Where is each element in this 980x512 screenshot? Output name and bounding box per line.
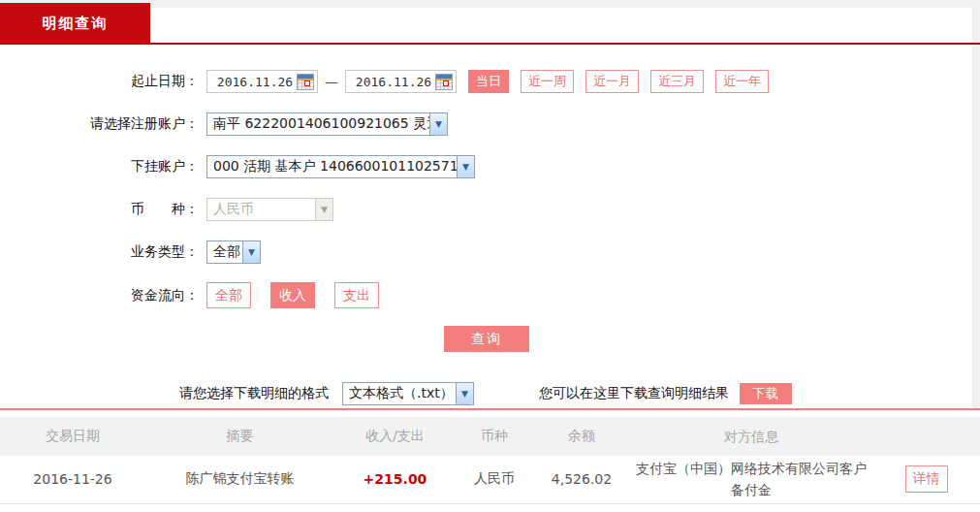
row-amount: +215.00 [334, 469, 456, 489]
tab-detail-query[interactable]: 明细查询 [0, 3, 150, 44]
fund-flow-income-button[interactable]: 收入 [270, 282, 315, 308]
currency-row: 币 种： 人民币 ▼ [0, 197, 973, 222]
header-summary: 摘要 [145, 426, 334, 447]
query-form: 起止日期： 2016.11.26 — 2016.11.26 当日 近一周 近一月… [0, 69, 973, 405]
detail-button[interactable]: 详情 [905, 465, 948, 493]
row-detail-cell: 详情 [872, 464, 980, 495]
sub-account-select[interactable]: 000 活期 基本户 1406600101102571848 ▼ [206, 155, 475, 178]
sub-account-row: 下挂账户： 000 活期 基本户 1406600101102571848 ▼ [0, 154, 973, 179]
register-account-field: 南平 6222001406100921065 灵通卡 ▼ [206, 112, 448, 136]
row-date: 2016-11-26 [0, 469, 145, 489]
date-separator: — [325, 74, 338, 89]
business-type-field: 全部 ▼ [206, 240, 261, 264]
currency-label: 币 种： [0, 201, 199, 218]
detail-query-page: 明细查询 起止日期： 2016.11.26 — 2016.11.26 当日 近一… [0, 0, 980, 512]
date-from-value[interactable]: 2016.11.26 [213, 75, 297, 89]
download-button[interactable]: 下载 [740, 383, 792, 404]
date-to-input[interactable]: 2016.11.26 [345, 70, 457, 93]
header-currency: 币种 [456, 426, 533, 447]
download-format-label: 请您选择下载明细的格式 [179, 385, 329, 402]
download-hint: 您可以在这里下载查询明细结果 [539, 385, 729, 402]
download-format-value: 文本格式（.txt） [343, 385, 456, 402]
tab-underline [0, 43, 980, 45]
header-detail-spacer [872, 434, 980, 438]
quick-range-week-button[interactable]: 近一周 [521, 70, 574, 93]
fund-flow-all-button[interactable]: 全部 [206, 282, 251, 308]
business-type-row: 业务类型： 全部 ▼ [0, 240, 973, 265]
sub-account-value: 000 活期 基本户 1406600101102571848 [207, 158, 457, 176]
register-account-row: 请选择注册账户： 南平 6222001406100921065 灵通卡 ▼ [0, 112, 973, 137]
business-type-value: 全部 [207, 243, 242, 261]
fund-flow-row: 资金流向： 全部 收入 支出 [0, 282, 973, 308]
chevron-down-icon[interactable]: ▼ [457, 156, 474, 177]
quick-range-month-button[interactable]: 近一月 [585, 70, 639, 93]
row-balance: 4,526.02 [533, 469, 630, 489]
fund-flow-label: 资金流向： [0, 287, 199, 304]
register-account-label: 请选择注册账户： [0, 115, 199, 133]
download-row: 请您选择下载明细的格式 文本格式（.txt） ▼ 您可以在这里下载查询明细结果 … [0, 382, 973, 405]
table-header-row: 交易日期 摘要 收入/支出 币种 余额 对方信息 [0, 417, 980, 456]
header-amount: 收入/支出 [334, 426, 456, 447]
query-button[interactable]: 查询 [444, 326, 529, 352]
calendar-icon[interactable] [297, 74, 314, 90]
date-to-value[interactable]: 2016.11.26 [352, 75, 435, 89]
fund-flow-expense-button[interactable]: 支出 [334, 282, 379, 308]
date-from-input[interactable]: 2016.11.26 [206, 70, 318, 93]
sub-account-label: 下挂账户： [0, 158, 199, 176]
calendar-icon[interactable] [435, 74, 453, 90]
results-table: 交易日期 摘要 收入/支出 币种 余额 对方信息 2016-11-26 陈广锦支… [0, 417, 980, 504]
register-account-select[interactable]: 南平 6222001406100921065 灵通卡 ▼ [206, 112, 448, 136]
fund-flow-options: 全部 收入 支出 [206, 282, 398, 308]
register-account-value: 南平 6222001406100921065 灵通卡 [207, 115, 429, 133]
right-gray-strip [972, 8, 980, 409]
business-type-select[interactable]: 全部 ▼ [206, 240, 261, 264]
date-range-row: 起止日期： 2016.11.26 — 2016.11.26 当日 近一周 近一月… [0, 69, 973, 94]
sub-account-field: 000 活期 基本户 1406600101102571848 ▼ [206, 155, 475, 178]
header-balance: 余额 [533, 426, 630, 447]
date-range-label: 起止日期： [0, 73, 199, 90]
date-range-fields: 2016.11.26 — 2016.11.26 当日 近一周 近一月 近三月 近… [206, 70, 769, 93]
header-counterparty: 对方信息 [630, 424, 872, 449]
quick-range-today-button[interactable]: 当日 [468, 70, 509, 93]
chevron-down-icon[interactable]: ▼ [456, 383, 473, 404]
row-summary: 陈广锦支付宝转账 [145, 468, 334, 490]
table-top-divider [0, 408, 980, 410]
quick-range-year-button[interactable]: 近一年 [715, 70, 769, 93]
chevron-down-icon[interactable]: ▼ [242, 241, 260, 263]
header-date: 交易日期 [0, 426, 145, 447]
quick-range-3months-button[interactable]: 近三月 [650, 70, 704, 93]
table-row: 2016-11-26 陈广锦支付宝转账 +215.00 人民币 4,526.02… [0, 456, 980, 504]
chevron-down-icon: ▼ [315, 199, 332, 220]
row-counterparty: 支付宝（中国）网络技术有限公司客户备付金 [630, 456, 872, 503]
currency-value: 人民币 [207, 201, 315, 218]
business-type-label: 业务类型： [0, 243, 199, 261]
currency-select: 人民币 ▼ [206, 198, 333, 221]
download-format-select[interactable]: 文本格式（.txt） ▼ [342, 382, 474, 405]
row-currency: 人民币 [456, 468, 533, 490]
currency-field: 人民币 ▼ [206, 198, 333, 221]
chevron-down-icon[interactable]: ▼ [429, 113, 447, 135]
